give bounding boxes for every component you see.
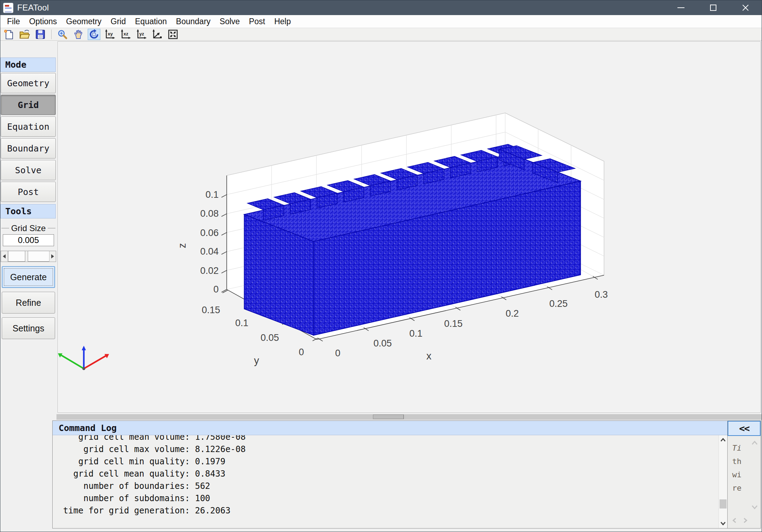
tip-text-line: th <box>732 455 761 468</box>
view-xz-button[interactable]: xz <box>119 29 132 40</box>
menu-geometry[interactable]: Geometry <box>61 16 106 27</box>
command-log-header: Command Log <box>53 421 727 435</box>
mode-header: Mode <box>0 58 56 72</box>
xy-plane-icon: xy <box>104 29 115 40</box>
zoom-tool-button[interactable] <box>56 29 69 40</box>
refine-button[interactable]: Refine <box>2 292 55 314</box>
tip-text-line: re <box>732 482 761 495</box>
xz-plane-icon: xz <box>120 29 131 40</box>
x-tick: 0.3 <box>595 289 608 300</box>
grid-plot-3d[interactable]: 0 0.02 0.04 0.06 0.08 0.1 0 0.05 0.1 0.1… <box>58 42 760 412</box>
sidebar-item-geometry[interactable]: Geometry <box>1 73 56 93</box>
sidebar-item-grid[interactable]: Grid <box>1 95 56 115</box>
log-scrollbar[interactable] <box>718 435 727 528</box>
z-tick: 0 <box>213 284 219 295</box>
tools-header: Tools <box>0 204 56 218</box>
sidebar-item-equation[interactable]: Equation <box>1 116 56 137</box>
plot-panel[interactable]: 0 0.02 0.04 0.06 0.08 0.1 0 0.05 0.1 0.1… <box>58 41 761 413</box>
chevron-down-icon <box>720 522 726 525</box>
generate-button[interactable]: Generate <box>2 266 55 288</box>
left-arrow-icon <box>3 254 6 258</box>
minimize-icon <box>677 7 684 8</box>
slider-right-arrow[interactable] <box>49 251 56 262</box>
command-log-panel: Command Log grid cell mean volume: 1.758… <box>52 420 761 528</box>
log-line: grid cell mean volume: 1.7580e-08 <box>63 435 718 443</box>
menu-file[interactable]: File <box>2 16 25 27</box>
horizontal-splitter[interactable] <box>56 414 762 420</box>
log-line: grid cell mean quality: 0.8433 <box>63 468 718 480</box>
y-tick: 0.1 <box>235 318 248 328</box>
menu-help[interactable]: Help <box>270 16 295 27</box>
close-icon <box>742 4 749 11</box>
menubar: File Options Geometry Grid Equation Boun… <box>0 15 762 28</box>
maximize-icon <box>710 5 716 11</box>
open-model-button[interactable] <box>18 29 31 40</box>
minimize-button[interactable] <box>665 0 697 15</box>
log-line: grid cell min quality: 0.1979 <box>63 456 718 468</box>
x-tick: 0 <box>335 348 340 358</box>
rotate-3d-icon <box>89 29 99 40</box>
tips-prev-icon[interactable] <box>732 518 737 523</box>
window-title: FEATool <box>17 3 49 13</box>
log-line: number of boundaries: 562 <box>63 480 718 492</box>
x-tick: 0.2 <box>506 308 519 319</box>
menu-options[interactable]: Options <box>25 16 61 27</box>
command-log-left: Command Log grid cell mean volume: 1.758… <box>53 421 727 528</box>
grid-size-label: Grid Size <box>9 223 48 233</box>
tip-text-line: wi <box>732 468 761 482</box>
titlebar: FEATool <box>0 0 762 15</box>
grid-size-input[interactable] <box>3 234 54 246</box>
sidebar-item-solve[interactable]: Solve <box>1 160 56 180</box>
right-arrow-icon <box>51 254 54 258</box>
bottom-strip <box>56 528 762 532</box>
menu-grid[interactable]: Grid <box>106 16 130 27</box>
scrollbar-thumb[interactable] <box>720 499 727 509</box>
command-log-content: grid cell mean volume: 1.7580e-08 grid c… <box>53 435 718 528</box>
new-model-button[interactable] <box>2 29 15 40</box>
command-log-body: grid cell mean volume: 1.7580e-08 grid c… <box>53 435 727 528</box>
x-tick: 0.25 <box>549 298 568 309</box>
menu-solve[interactable]: Solve <box>215 16 245 27</box>
pan-tool-button[interactable] <box>72 29 85 40</box>
sidebar-item-post[interactable]: Post <box>1 182 56 202</box>
window-controls <box>665 0 762 15</box>
menu-equation[interactable]: Equation <box>131 16 172 27</box>
zoom-extents-button[interactable] <box>167 29 179 40</box>
menu-boundary[interactable]: Boundary <box>172 16 215 27</box>
splitter-handle[interactable] <box>373 415 404 419</box>
collapse-log-button[interactable]: << <box>728 421 761 436</box>
scroll-up-button[interactable] <box>719 435 727 444</box>
z-axis-label: z <box>176 243 188 248</box>
view-3d-button[interactable] <box>151 29 163 40</box>
x-tick: 0.05 <box>373 338 392 349</box>
main-area: 0 0.02 0.04 0.06 0.08 0.1 0 0.05 0.1 0.1… <box>56 41 762 532</box>
tips-scroll-down-icon[interactable] <box>751 505 758 509</box>
view-xy-button[interactable]: xy <box>103 29 116 40</box>
scroll-down-button[interactable] <box>719 519 727 528</box>
y-tick: 0 <box>299 347 304 357</box>
rotate-3d-button[interactable] <box>88 29 100 40</box>
sidebar-item-boundary[interactable]: Boundary <box>1 138 56 159</box>
slider-thumb[interactable] <box>8 251 25 262</box>
save-model-button[interactable] <box>34 29 47 40</box>
chevron-up-icon <box>720 438 726 442</box>
slider-thumb-track[interactable] <box>28 251 49 262</box>
maximize-button[interactable] <box>697 0 729 15</box>
tips-next-icon[interactable] <box>743 518 748 523</box>
grid-size-slider[interactable] <box>1 251 56 262</box>
z-tick: 0.06 <box>200 228 219 238</box>
axes-3d-icon <box>152 29 163 40</box>
tips-scroll-up-icon[interactable] <box>751 441 758 445</box>
tips-panel: Ti th wi re <box>728 436 761 528</box>
slider-left-arrow[interactable] <box>1 251 8 262</box>
close-button[interactable] <box>729 0 762 15</box>
y-tick: 0.05 <box>261 332 279 343</box>
sidebar: Mode Geometry Grid Equation Boundary Sol… <box>0 41 56 532</box>
grid-size-group: Grid Size <box>1 223 55 248</box>
settings-button[interactable]: Settings <box>2 317 55 339</box>
xy-label: xy <box>108 31 113 36</box>
z-tick: 0.08 <box>200 208 219 219</box>
toolbar-separator <box>51 29 52 39</box>
view-yz-button[interactable]: yz <box>135 29 148 40</box>
menu-post[interactable]: Post <box>245 16 270 27</box>
